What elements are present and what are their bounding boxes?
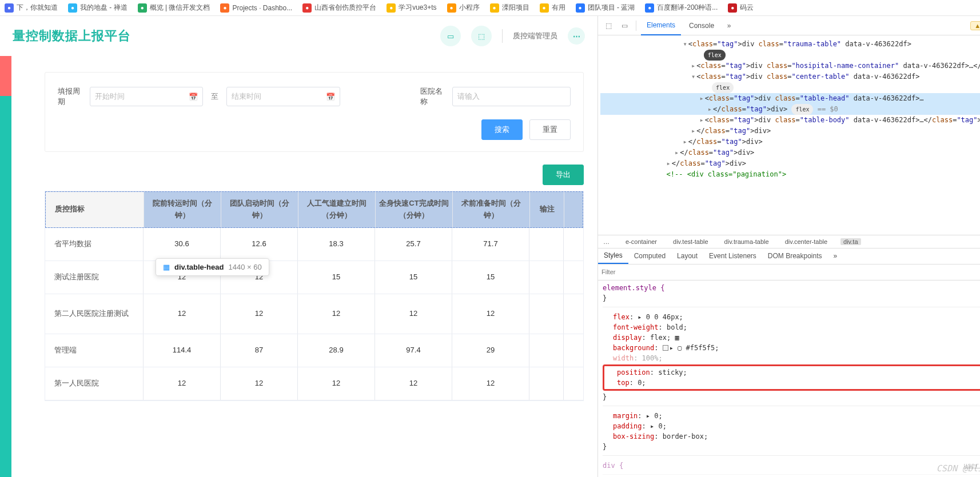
app-header: 量控制数据上报平台 ▭ ⬚ 质控端管理员 ⋯ — [0, 16, 597, 56]
bookmark-favicon-icon: ● — [540, 3, 549, 13]
search-button[interactable]: 搜索 — [481, 119, 523, 140]
table-head: 质控指标院前转运时间（分钟）团队启动时间（分钟）人工气道建立时间（分钟）全身快速… — [45, 191, 583, 228]
subtab[interactable]: Event Listeners — [703, 248, 762, 264]
crumb[interactable]: … — [600, 238, 612, 245]
th-metric: 质控指标 — [46, 192, 144, 227]
warnings-badge[interactable]: ▲7 — [970, 21, 980, 30]
crumb[interactable]: div.ta — [840, 238, 861, 245]
cell: 29 — [452, 334, 529, 367]
subtab[interactable]: Styles — [598, 248, 628, 264]
styles-filter-row: :hov .cls ＋ ▭ ◧ — [598, 264, 980, 280]
dom-tree[interactable]: <class="tag">div class="trauma-table" da… — [598, 35, 980, 235]
cell — [529, 261, 564, 294]
bookmark-item[interactable]: ●概览 | 微信开发文档 — [138, 3, 210, 13]
cell: 12 — [375, 367, 452, 400]
crumb[interactable]: div.trauma-table — [722, 238, 772, 245]
dom-line[interactable]: <class="tag">div class="center-table" da… — [600, 71, 980, 82]
subtab[interactable]: DOM Breakpoints — [762, 248, 828, 264]
subtab[interactable]: Layout — [671, 248, 703, 264]
end-date-input[interactable]: 结束时间 📅 — [226, 87, 340, 106]
style-block[interactable]: element.style {} — [603, 283, 980, 307]
styles-subtabs: StylesComputedLayoutEvent ListenersDOM B… — [598, 248, 980, 264]
inspect-icon[interactable]: ⬚ — [601, 19, 615, 33]
bookmark-item[interactable]: ●团队项目 - 蓝湖 — [576, 3, 635, 13]
th-col: 术前准备时间（分钟） — [453, 192, 530, 227]
bookmark-item[interactable]: ●下，你就知道 — [5, 3, 58, 13]
row-label: 第二人民医院注册测试 — [45, 294, 144, 334]
dom-line[interactable]: </class="tag">div> — [600, 137, 980, 147]
table-row: 省平均数据30.612.618.325.771.7 — [45, 228, 583, 261]
calendar-icon: 📅 — [189, 93, 198, 101]
date-to: 至 — [211, 91, 218, 102]
more-subtabs-icon[interactable]: » — [828, 248, 843, 264]
subtab[interactable]: Computed — [628, 248, 671, 264]
dom-line[interactable]: </class="tag">div> — [600, 158, 980, 169]
hospital-input[interactable]: 请输入 — [452, 87, 571, 106]
bookmark-item[interactable]: ●百度翻译-200种语... — [645, 3, 718, 13]
bookmark-item[interactable]: ●码云 — [728, 3, 754, 13]
cell: 12.6 — [221, 228, 298, 260]
dom-line[interactable]: flex — [600, 82, 980, 93]
more-tabs-icon[interactable]: » — [722, 19, 736, 33]
crumb[interactable]: e-container — [623, 238, 660, 245]
bookmark-favicon-icon: ● — [387, 3, 396, 13]
dom-line[interactable]: <!-- <div class="pagination"> — [600, 169, 980, 180]
divider — [502, 29, 503, 43]
cell — [529, 334, 564, 367]
bookmark-item[interactable]: ●小程序 — [447, 3, 480, 13]
header-icon-1[interactable]: ▭ — [440, 26, 461, 46]
dom-line[interactable]: </class="tag">div> flex == $0 — [600, 104, 980, 115]
bookmark-item[interactable]: ●有用 — [540, 3, 565, 13]
app-title: 量控制数据上报平台 — [13, 27, 131, 45]
breadcrumb[interactable]: …e-containerdiv.test-tablediv.trauma-tab… — [598, 235, 980, 248]
calendar-icon: 📅 — [326, 93, 335, 101]
cell — [529, 367, 564, 400]
bookmark-item[interactable]: ●Projects · Dashbo... — [220, 3, 292, 13]
dom-line[interactable]: <class="tag">div class="table-head" data… — [600, 93, 980, 104]
bookmark-favicon-icon: ● — [68, 3, 77, 13]
dom-line[interactable]: <class="tag">div class="table-body" data… — [600, 115, 980, 126]
grid-icon: ▦ — [163, 263, 170, 271]
tab-elements[interactable]: Elements — [641, 16, 681, 35]
style-block[interactable]: user agent stylesheetdiv { — [603, 460, 980, 475]
bookmark-favicon-icon: ● — [447, 3, 456, 13]
bookmark-item[interactable]: ●溧阳项目 — [490, 3, 529, 13]
bookmark-favicon-icon: ● — [645, 3, 654, 13]
dom-line[interactable]: flex — [600, 50, 980, 61]
bookmark-item[interactable]: ●我的地盘 - 禅道 — [68, 3, 128, 13]
styles-filter-input[interactable] — [601, 268, 693, 275]
bookmark-item[interactable]: ●山西省创伤质控平台 — [302, 3, 376, 13]
header-icon-2[interactable]: ⬚ — [471, 26, 492, 46]
cell: 30.6 — [144, 228, 221, 260]
more-button[interactable]: ⋯ — [568, 27, 585, 45]
styles-pane[interactable]: element.style {}</span><span class="sel"… — [598, 280, 980, 478]
th-col: 团队启动时间（分钟） — [221, 192, 298, 227]
th-col: 输注 — [530, 192, 564, 227]
dom-line[interactable]: <class="tag">div class="hosipital-name-c… — [600, 61, 980, 71]
crumb[interactable]: div.test-table — [670, 238, 711, 245]
devtools-panel: ⬚ ▭ Elements Console » ▲7 ▮1 ⚙ ⋮ <class=… — [598, 16, 980, 477]
crumb[interactable]: div.center-table — [782, 238, 830, 245]
reset-button[interactable]: 重置 — [529, 119, 571, 140]
bookmark-favicon-icon: ● — [728, 3, 737, 13]
tab-console[interactable]: Console — [683, 16, 720, 35]
cell: 87 — [221, 334, 298, 367]
start-date-input[interactable]: 开始时间 📅 — [90, 87, 203, 106]
period-label: 填报周期 — [58, 86, 84, 107]
style-block[interactable]: </span><span class="sel">.center-table .… — [603, 312, 980, 406]
cell: 28.9 — [298, 334, 375, 367]
dom-line[interactable]: </class="tag">div> — [600, 147, 980, 158]
style-block[interactable]: </span><span class="sel">* {</span>margi… — [603, 411, 980, 456]
table-row: 管理端114.48728.997.429 — [45, 334, 583, 367]
cell: 12 — [221, 294, 298, 334]
bookmark-item[interactable]: ●学习vue3+ts — [387, 3, 436, 13]
hospital-label: 医院名称 — [420, 86, 447, 107]
data-table: 质控指标院前转运时间（分钟）团队启动时间（分钟）人工气道建立时间（分钟）全身快速… — [45, 191, 584, 401]
cell: 25.7 — [375, 228, 452, 260]
dom-line[interactable]: </class="tag">div> — [600, 126, 980, 137]
device-icon[interactable]: ▭ — [618, 19, 631, 33]
cell: 114.4 — [144, 334, 221, 367]
inspect-tooltip: ▦ div.table-head 1440 × 60 — [156, 258, 269, 276]
export-button[interactable]: 导出 — [543, 165, 584, 185]
dom-line[interactable]: <class="tag">div class="trauma-table" da… — [600, 39, 980, 50]
